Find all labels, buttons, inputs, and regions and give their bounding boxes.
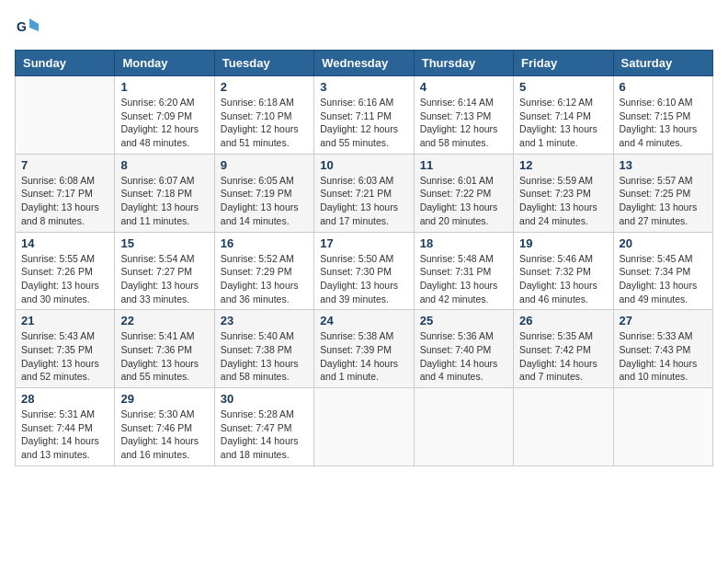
day-number: 10	[320, 158, 407, 172]
week-row-1: 1Sunrise: 6:20 AM Sunset: 7:09 PM Daylig…	[16, 76, 713, 155]
weekday-header-friday: Friday	[514, 51, 613, 76]
calendar-cell: 30Sunrise: 5:28 AM Sunset: 7:47 PM Dayli…	[214, 388, 313, 466]
day-detail: Sunrise: 5:35 AM Sunset: 7:42 PM Dayligh…	[519, 329, 607, 384]
day-number: 8	[120, 158, 208, 172]
svg-marker-1	[29, 18, 39, 31]
calendar-cell: 1Sunrise: 6:20 AM Sunset: 7:09 PM Daylig…	[115, 76, 214, 155]
day-number: 12	[519, 158, 607, 172]
calendar-cell	[16, 76, 115, 155]
day-number: 5	[519, 80, 607, 94]
calendar-cell: 20Sunrise: 5:45 AM Sunset: 7:34 PM Dayli…	[613, 232, 712, 310]
calendar-header-row: SundayMondayTuesdayWednesdayThursdayFrid…	[16, 51, 713, 76]
week-row-3: 14Sunrise: 5:55 AM Sunset: 7:26 PM Dayli…	[16, 232, 713, 310]
calendar-cell: 14Sunrise: 5:55 AM Sunset: 7:26 PM Dayli…	[16, 232, 115, 310]
calendar-cell	[314, 388, 414, 466]
day-number: 22	[120, 314, 208, 327]
calendar-cell: 9Sunrise: 6:05 AM Sunset: 7:19 PM Daylig…	[214, 154, 313, 232]
day-detail: Sunrise: 5:57 AM Sunset: 7:25 PM Dayligh…	[620, 174, 707, 228]
day-detail: Sunrise: 6:01 AM Sunset: 7:22 PM Dayligh…	[420, 174, 507, 228]
calendar-cell: 3Sunrise: 6:16 AM Sunset: 7:11 PM Daylig…	[314, 76, 414, 155]
calendar-cell: 22Sunrise: 5:41 AM Sunset: 7:36 PM Dayli…	[115, 310, 214, 388]
calendar-cell: 29Sunrise: 5:30 AM Sunset: 7:46 PM Dayli…	[115, 388, 214, 466]
day-number: 25	[420, 314, 507, 327]
day-number: 21	[21, 314, 108, 327]
day-number: 16	[221, 236, 308, 250]
day-detail: Sunrise: 5:54 AM Sunset: 7:27 PM Dayligh…	[120, 252, 208, 306]
day-number: 11	[420, 158, 507, 172]
calendar-cell: 6Sunrise: 6:10 AM Sunset: 7:15 PM Daylig…	[613, 76, 712, 155]
calendar-cell: 15Sunrise: 5:54 AM Sunset: 7:27 PM Dayli…	[115, 232, 214, 310]
weekday-header-tuesday: Tuesday	[214, 51, 313, 76]
logo-icon: G	[15, 15, 40, 40]
logo: G	[15, 15, 42, 40]
day-detail: Sunrise: 5:50 AM Sunset: 7:30 PM Dayligh…	[320, 252, 407, 306]
day-detail: Sunrise: 5:30 AM Sunset: 7:46 PM Dayligh…	[120, 408, 208, 462]
calendar-cell: 2Sunrise: 6:18 AM Sunset: 7:10 PM Daylig…	[214, 76, 313, 155]
weekday-header-sunday: Sunday	[16, 51, 115, 76]
day-detail: Sunrise: 5:46 AM Sunset: 7:32 PM Dayligh…	[519, 252, 607, 306]
calendar-cell: 17Sunrise: 5:50 AM Sunset: 7:30 PM Dayli…	[314, 232, 414, 310]
day-number: 13	[620, 158, 707, 172]
day-detail: Sunrise: 6:05 AM Sunset: 7:19 PM Dayligh…	[221, 174, 308, 228]
day-number: 26	[519, 314, 607, 327]
calendar-cell: 16Sunrise: 5:52 AM Sunset: 7:29 PM Dayli…	[214, 232, 313, 310]
day-number: 6	[620, 80, 707, 94]
day-detail: Sunrise: 5:59 AM Sunset: 7:23 PM Dayligh…	[519, 174, 607, 228]
day-number: 2	[221, 80, 308, 94]
day-number: 14	[21, 236, 108, 250]
day-detail: Sunrise: 6:03 AM Sunset: 7:21 PM Dayligh…	[320, 174, 407, 228]
calendar-cell: 26Sunrise: 5:35 AM Sunset: 7:42 PM Dayli…	[514, 310, 613, 388]
day-number: 4	[420, 80, 507, 94]
day-number: 7	[21, 158, 108, 172]
calendar-cell: 21Sunrise: 5:43 AM Sunset: 7:35 PM Dayli…	[16, 310, 115, 388]
day-detail: Sunrise: 5:52 AM Sunset: 7:29 PM Dayligh…	[221, 252, 308, 306]
week-row-4: 21Sunrise: 5:43 AM Sunset: 7:35 PM Dayli…	[16, 310, 713, 388]
calendar-cell: 27Sunrise: 5:33 AM Sunset: 7:43 PM Dayli…	[613, 310, 712, 388]
calendar-cell: 12Sunrise: 5:59 AM Sunset: 7:23 PM Dayli…	[514, 154, 613, 232]
day-detail: Sunrise: 5:40 AM Sunset: 7:38 PM Dayligh…	[221, 329, 308, 384]
day-detail: Sunrise: 6:16 AM Sunset: 7:11 PM Dayligh…	[320, 96, 407, 150]
day-number: 3	[320, 80, 407, 94]
svg-text:G: G	[17, 19, 27, 34]
day-detail: Sunrise: 5:36 AM Sunset: 7:40 PM Dayligh…	[420, 329, 507, 384]
weekday-header-monday: Monday	[115, 51, 214, 76]
day-number: 29	[120, 392, 208, 406]
day-detail: Sunrise: 5:45 AM Sunset: 7:34 PM Dayligh…	[620, 252, 707, 306]
day-detail: Sunrise: 5:41 AM Sunset: 7:36 PM Dayligh…	[120, 329, 208, 384]
day-number: 18	[420, 236, 507, 250]
day-number: 1	[120, 80, 208, 94]
day-detail: Sunrise: 6:07 AM Sunset: 7:18 PM Dayligh…	[120, 174, 208, 228]
page-header: G	[15, 15, 713, 40]
day-detail: Sunrise: 5:28 AM Sunset: 7:47 PM Dayligh…	[221, 408, 308, 462]
day-detail: Sunrise: 5:55 AM Sunset: 7:26 PM Dayligh…	[21, 252, 108, 306]
day-number: 27	[620, 314, 707, 327]
day-number: 24	[320, 314, 407, 327]
day-detail: Sunrise: 5:43 AM Sunset: 7:35 PM Dayligh…	[21, 329, 108, 384]
calendar-cell: 13Sunrise: 5:57 AM Sunset: 7:25 PM Dayli…	[613, 154, 712, 232]
weekday-header-wednesday: Wednesday	[314, 51, 414, 76]
day-number: 19	[519, 236, 607, 250]
day-number: 17	[320, 236, 407, 250]
calendar-cell	[514, 388, 613, 466]
day-detail: Sunrise: 6:10 AM Sunset: 7:15 PM Dayligh…	[620, 96, 707, 150]
day-number: 28	[21, 392, 108, 406]
day-detail: Sunrise: 6:08 AM Sunset: 7:17 PM Dayligh…	[21, 174, 108, 228]
week-row-2: 7Sunrise: 6:08 AM Sunset: 7:17 PM Daylig…	[16, 154, 713, 232]
day-detail: Sunrise: 6:20 AM Sunset: 7:09 PM Dayligh…	[120, 96, 208, 150]
day-detail: Sunrise: 5:33 AM Sunset: 7:43 PM Dayligh…	[620, 329, 707, 384]
calendar-table: SundayMondayTuesdayWednesdayThursdayFrid…	[15, 50, 713, 466]
day-detail: Sunrise: 5:31 AM Sunset: 7:44 PM Dayligh…	[21, 408, 108, 462]
calendar-cell: 23Sunrise: 5:40 AM Sunset: 7:38 PM Dayli…	[214, 310, 313, 388]
calendar-cell: 18Sunrise: 5:48 AM Sunset: 7:31 PM Dayli…	[414, 232, 513, 310]
weekday-header-saturday: Saturday	[613, 51, 712, 76]
day-number: 9	[221, 158, 308, 172]
day-detail: Sunrise: 6:18 AM Sunset: 7:10 PM Dayligh…	[221, 96, 308, 150]
calendar-cell: 11Sunrise: 6:01 AM Sunset: 7:22 PM Dayli…	[414, 154, 513, 232]
calendar-cell	[414, 388, 513, 466]
calendar-cell: 25Sunrise: 5:36 AM Sunset: 7:40 PM Dayli…	[414, 310, 513, 388]
weekday-header-thursday: Thursday	[414, 51, 513, 76]
calendar-cell: 24Sunrise: 5:38 AM Sunset: 7:39 PM Dayli…	[314, 310, 414, 388]
calendar-cell: 4Sunrise: 6:14 AM Sunset: 7:13 PM Daylig…	[414, 76, 513, 155]
calendar-cell: 28Sunrise: 5:31 AM Sunset: 7:44 PM Dayli…	[16, 388, 115, 466]
calendar-cell: 10Sunrise: 6:03 AM Sunset: 7:21 PM Dayli…	[314, 154, 414, 232]
